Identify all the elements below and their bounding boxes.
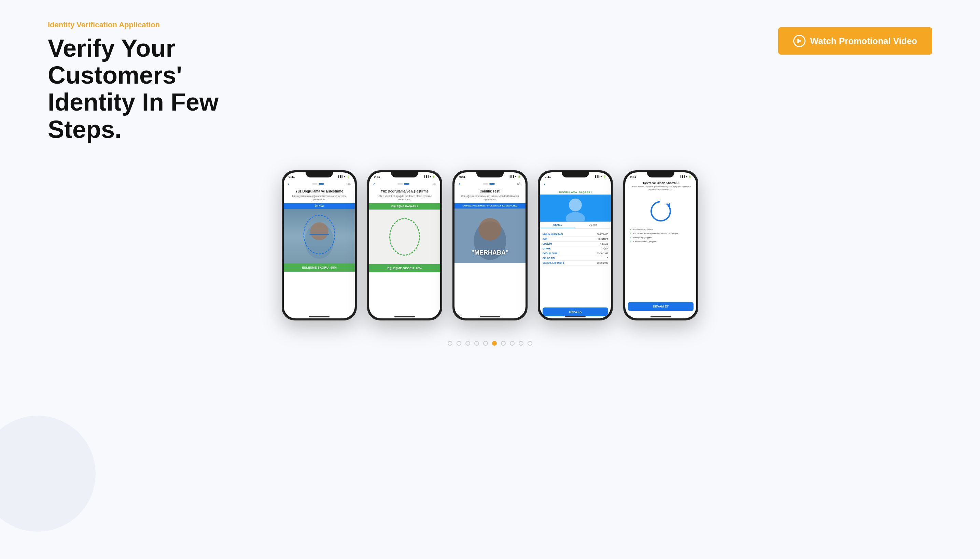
dot-10[interactable] xyxy=(527,341,532,346)
phone-1-time: 9:41 xyxy=(289,175,295,179)
progress-dot xyxy=(483,183,488,185)
table-row: DOĞUM GÜNÜ 15/10/1989 xyxy=(542,251,608,256)
phone-1: 9:41 ▐▐▐ ▼ 🔋 ‹ 5/6 xyxy=(282,170,357,321)
phone-4-wrapper: 9:41 ▐▐▐ ▼ 🔋 ‹ DOĞRULAMA: BAŞARILI xyxy=(538,170,613,321)
phone-3-back[interactable]: ‹ xyxy=(459,181,460,187)
phone-1-nav: ‹ 5/6 xyxy=(284,180,355,189)
phone-2-screen: 9:41 ▐▐▐ ▼ 🔋 ‹ 5/6 Yüz Doğrulama ve xyxy=(369,172,440,318)
play-triangle-icon xyxy=(797,38,802,43)
phone-1-step: 5/6 xyxy=(346,182,351,186)
info-key: UYRUK xyxy=(542,247,551,250)
phone-5-signal: ▐▐▐ ▼ 🔋 xyxy=(680,175,691,178)
phone-3-merhaba: "MERHABA" xyxy=(471,249,508,256)
info-key: İSİM xyxy=(542,238,547,240)
watch-btn-label: Watch Promotional Video xyxy=(810,36,917,46)
phone-3-subtitle: Canlılığınızı kanıtlamak için lütfen ekr… xyxy=(454,195,526,203)
phone-2-step: 5/6 xyxy=(432,182,436,186)
phone-2: 9:41 ▐▐▐ ▼ 🔋 ‹ 5/6 Yüz Doğrulama ve xyxy=(367,170,442,321)
phone-4-nav: ‹ xyxy=(540,180,611,189)
main-title: Verify Your Customers' Identity In Few S… xyxy=(48,35,287,143)
phone-4-signal: ▐▐▐ ▼ 🔋 xyxy=(594,175,606,178)
phone-3-wrapper: 9:41 ▐▐▐ ▼ 🔋 ‹ 6/6 Canlılık Testi xyxy=(453,170,527,321)
check-item: ✓ Bant genişliği uygun. xyxy=(630,235,691,240)
decorative-circle xyxy=(0,416,96,532)
phone-1-screen: 9:41 ▐▐▐ ▼ 🔋 ‹ 5/6 xyxy=(284,172,355,318)
dot-2[interactable] xyxy=(456,341,461,346)
phone-5-continue-btn[interactable]: DEVAM ET xyxy=(628,302,693,311)
dot-1[interactable] xyxy=(448,341,453,346)
progress-dot-active xyxy=(489,183,495,185)
info-val: 100000000 xyxy=(597,233,608,235)
phone-2-back[interactable]: ‹ xyxy=(373,181,375,187)
phone-3-screen: 9:41 ▐▐▐ ▼ 🔋 ‹ 6/6 Canlılık Testi xyxy=(454,172,526,318)
table-row: BELGE TİPİ P xyxy=(542,256,608,261)
phone-3-nav: ‹ 6/6 xyxy=(454,180,526,189)
dot-6-active[interactable] xyxy=(492,341,497,346)
check-icon: ✓ xyxy=(630,228,632,231)
phone-1-progress xyxy=(312,183,324,185)
phone-2-time: 9:41 xyxy=(374,175,380,179)
progress-dot xyxy=(398,183,403,185)
phone-3-title: Canlılık Testi xyxy=(454,189,526,195)
phone-4-tab-detay[interactable]: DETAY xyxy=(575,222,611,228)
check-text: Ortamdaki ışık yeterli. xyxy=(633,228,653,230)
main-title-line1: Verify Your Customers' xyxy=(48,35,182,89)
watch-promotional-video-button[interactable]: Watch Promotional Video xyxy=(778,27,932,55)
phone-3-step: 6/6 xyxy=(517,182,521,186)
progress-dot-active xyxy=(318,183,324,185)
info-key: KİMLİK NUMARASI xyxy=(542,233,563,235)
phone-1-face-oval-svg xyxy=(284,209,355,263)
phone-4-notch xyxy=(562,171,589,177)
watch-btn-wrapper: Watch Promotional Video xyxy=(778,20,932,55)
phone-5-notch xyxy=(647,171,674,177)
phone-4-time: 9:41 xyxy=(545,175,551,179)
phone-5-wrapper: 9:41 ▐▐▐ ▼ 🔋 Çevre ve Cihaz Kontrolü Müş… xyxy=(623,170,698,321)
phone-4-back[interactable]: ‹ xyxy=(544,181,546,187)
phone-4-approve-btn[interactable]: ONAYLA xyxy=(542,308,608,316)
phone-1-home xyxy=(309,316,330,318)
check-icon: ✓ xyxy=(630,232,632,235)
phone-1-signal: ▐▐▐ ▼ 🔋 xyxy=(337,175,350,178)
phone-2-signal: ▐▐▐ ▼ 🔋 xyxy=(423,175,435,178)
phone-4-tabs: GENEL DETAY xyxy=(540,222,611,229)
phone-3-signal: ▐▐▐ ▼ 🔋 xyxy=(509,175,521,178)
dot-8[interactable] xyxy=(510,341,514,346)
phone-3-time: 9:41 xyxy=(459,175,466,179)
dot-5[interactable] xyxy=(483,341,488,346)
app-label: Identity Verification Application xyxy=(48,20,287,29)
svg-marker-10 xyxy=(668,203,670,208)
info-key: BELGE TİPİ xyxy=(542,257,555,260)
phone-3: 9:41 ▐▐▐ ▼ 🔋 ‹ 6/6 Canlılık Testi xyxy=(453,170,527,321)
progress-dot xyxy=(312,183,318,185)
phone-1-back[interactable]: ‹ xyxy=(288,181,290,187)
phone-4-success-label: DOĞRULAMA: BAŞARILI xyxy=(540,189,611,195)
phones-section: 9:41 ▐▐▐ ▼ 🔋 ‹ 5/6 xyxy=(48,170,932,321)
info-key: GEÇERLİLİK TARİHİ xyxy=(542,262,564,264)
svg-point-5 xyxy=(479,218,501,241)
phone-5-title: Çevre ve Cihaz Kontrolü xyxy=(625,180,696,185)
dot-4[interactable] xyxy=(474,341,479,346)
table-row: KİMLİK NUMARASI 100000000 xyxy=(542,232,608,237)
progress-dot-active xyxy=(404,183,410,185)
phone-1-subtitle: Lütfen yüzünüzü aşağıda belirlenen alanı… xyxy=(284,195,355,203)
phone-5-time: 9:41 xyxy=(630,175,636,179)
phone-5: 9:41 ▐▐▐ ▼ 🔋 Çevre ve Cihaz Kontrolü Müş… xyxy=(623,170,698,321)
phone-5-refresh-area xyxy=(625,194,696,226)
phone-4-tab-genel[interactable]: GENEL xyxy=(540,222,575,228)
phone-2-title: Yüz Doğrulama ve Eşleştirme xyxy=(369,189,440,195)
phone-3-status-label: EKRANDAKİ KELİMELERİ YÜKSEK SES İLE OKUY… xyxy=(454,203,526,208)
info-key: DOĞUM GÜNÜ xyxy=(542,252,558,255)
info-val: TÜRK xyxy=(602,247,608,250)
check-item: ✓ Cihaz mikrofonu çalışıyor. xyxy=(630,240,691,244)
dot-7[interactable] xyxy=(501,341,506,346)
dot-3[interactable] xyxy=(466,341,470,346)
phone-1-status-label: ÖN YÜZ xyxy=(284,203,355,209)
phone-4-screen: 9:41 ▐▐▐ ▼ 🔋 ‹ DOĞRULAMA: BAŞARILI xyxy=(540,172,611,318)
phone-1-wrapper: 9:41 ▐▐▐ ▼ 🔋 ‹ 5/6 xyxy=(282,170,357,321)
check-item: ✓ Ön ve arka kamera yeterli çözünürlük i… xyxy=(630,232,691,235)
phone-2-wrapper: 9:41 ▐▐▐ ▼ 🔋 ‹ 5/6 Yüz Doğrulama ve xyxy=(367,170,442,321)
phone-2-face-oval xyxy=(389,218,420,256)
dot-9[interactable] xyxy=(519,341,524,346)
check-icon: ✓ xyxy=(630,240,632,243)
svg-point-7 xyxy=(569,198,582,211)
